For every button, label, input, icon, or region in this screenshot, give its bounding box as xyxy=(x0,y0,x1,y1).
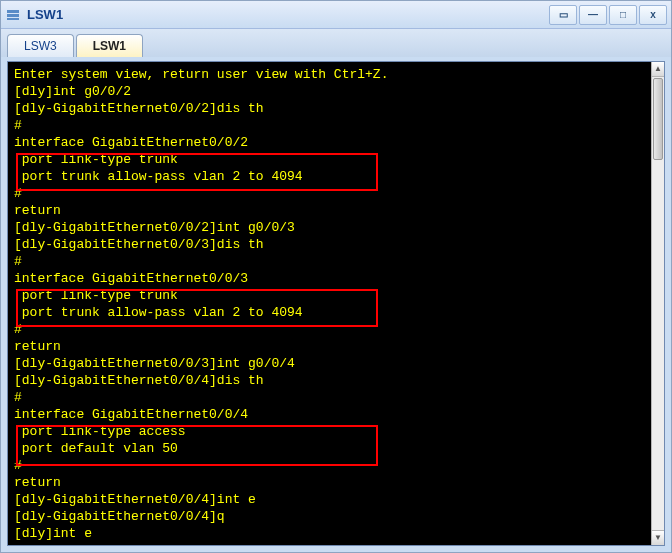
window-title: LSW1 xyxy=(27,7,549,22)
scroll-down-button[interactable]: ▼ xyxy=(652,530,664,545)
close-button[interactable]: x xyxy=(639,5,667,25)
extra-button[interactable]: ▭ xyxy=(549,5,577,25)
tab-lsw1[interactable]: LSW1 xyxy=(76,34,143,57)
svg-rect-0 xyxy=(7,10,19,13)
tab-strip: LSW3 LSW1 xyxy=(1,29,671,57)
window-controls: ▭ — □ x xyxy=(549,5,667,25)
scroll-up-button[interactable]: ▲ xyxy=(652,62,664,77)
scroll-thumb[interactable] xyxy=(653,78,663,160)
titlebar[interactable]: LSW1 ▭ — □ x xyxy=(1,1,671,29)
minimize-button[interactable]: — xyxy=(579,5,607,25)
scrollbar[interactable]: ▲ ▼ xyxy=(651,62,664,545)
maximize-button[interactable]: □ xyxy=(609,5,637,25)
app-window: LSW1 ▭ — □ x LSW3 LSW1 Enter system view… xyxy=(0,0,672,553)
terminal-container: Enter system view, return user view with… xyxy=(1,57,671,552)
terminal-text: Enter system view, return user view with… xyxy=(8,62,652,545)
svg-rect-1 xyxy=(7,14,19,17)
terminal[interactable]: Enter system view, return user view with… xyxy=(7,61,665,546)
app-icon xyxy=(5,7,21,23)
svg-rect-2 xyxy=(7,18,19,20)
tab-lsw3[interactable]: LSW3 xyxy=(7,34,74,57)
